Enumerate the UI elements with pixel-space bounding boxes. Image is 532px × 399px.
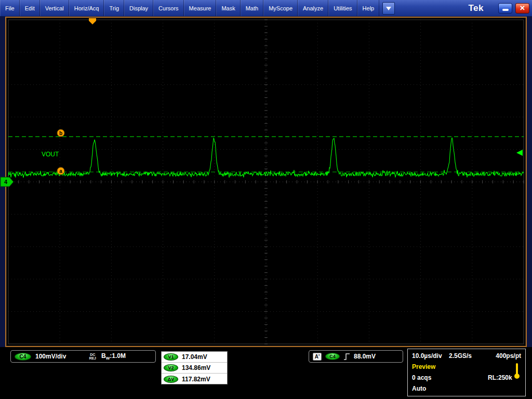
trigger-level-value: 88.0mV (354, 353, 376, 360)
trigger-a-badge: A' (313, 353, 322, 361)
v1-badge: V1 (164, 353, 178, 361)
menu-item-myscope[interactable]: MyScope (263, 0, 298, 16)
coupling-line2: REJ (89, 356, 96, 360)
menu-item-cursors[interactable]: Cursors (153, 0, 184, 16)
menu-item-edit[interactable]: Edit (20, 0, 40, 16)
menu-item-display[interactable]: Display (124, 0, 153, 16)
horizontal-row-1: 10.0µs/div 2.5GS/s 400ps/pt (412, 351, 521, 362)
cursor-a-label: a (59, 168, 62, 174)
channel-4-label: 4 (4, 179, 8, 185)
temperature-icon (514, 363, 520, 379)
coupling-line1: DC (90, 353, 95, 356)
acquisition-mode: Preview (412, 362, 521, 373)
dv-badge: ΔV (164, 376, 178, 383)
cursor-readout-box: V1 17.04mV V2 134.86mV ΔV 117.82mV (161, 351, 228, 384)
v2-value: 134.86mV (182, 364, 210, 371)
menu-item-analyze[interactable]: Analyze (298, 0, 328, 16)
close-icon: ✕ (520, 4, 525, 12)
acquisition-count: 0 acqs (412, 374, 431, 381)
waveform-display[interactable]: baVOUT4 (5, 17, 527, 347)
menu-item-mask[interactable]: Mask (216, 0, 240, 16)
chevron-down-icon (386, 7, 391, 10)
scope-graticule: baVOUT4 (6, 18, 526, 346)
menu-item-utilities[interactable]: Utilities (328, 0, 357, 16)
menu-item-measure[interactable]: Measure (184, 0, 217, 16)
menu-item-trig[interactable]: Trig (104, 0, 124, 16)
timebase-value: 10.0µs/div (412, 352, 442, 360)
dv-value: 117.82mV (182, 376, 210, 383)
scope-frame: baVOUT4 (0, 17, 532, 347)
menu-item-help[interactable]: Help (357, 0, 380, 16)
rising-edge-icon (343, 353, 350, 361)
tek-logo: Tek (468, 3, 484, 14)
minimize-icon (502, 9, 509, 11)
menu-item-vertical[interactable]: Vertical (40, 0, 69, 16)
channel-readout[interactable]: C4 100mV/div DC REJ BW:1.0M (10, 350, 156, 363)
menu-items: FileEditVerticalHoriz/AcqTrigDisplayCurs… (0, 0, 379, 16)
channel-scale: 100mV/div (35, 353, 66, 360)
minimize-button[interactable] (498, 3, 512, 14)
bandwidth-readout: BW:1.0M (101, 352, 126, 361)
cursor-b-label: b (59, 130, 62, 136)
coupling-indicator: DC REJ (89, 353, 96, 360)
status-bar: C4 100mV/div DC REJ BW:1.0M V1 17.04mV V… (0, 347, 532, 399)
horizontal-panel: 10.0µs/div 2.5GS/s 400ps/pt Preview 0 ac… (407, 349, 526, 396)
cursor-v1-row[interactable]: V1 17.04mV (162, 352, 227, 363)
menubar-spacer (395, 0, 468, 16)
record-length: RL:250k (488, 373, 512, 383)
trigger-readout[interactable]: A' C4 88.0mV (309, 350, 403, 363)
trigger-position-marker[interactable] (89, 18, 96, 24)
trigger-source-badge: C4 (325, 353, 340, 360)
trigger-mode: Auto (412, 383, 521, 394)
channel-badge: C4 (15, 353, 31, 361)
menu-item-file[interactable]: File (0, 0, 20, 16)
menu-item-horiz-acq[interactable]: Horiz/Acq (69, 0, 104, 16)
close-button[interactable]: ✕ (515, 3, 529, 14)
samplerate-value: 2.5GS/s (449, 352, 472, 360)
waveform-trace (8, 138, 524, 178)
trigger-level-arrow[interactable] (516, 150, 523, 156)
v2-badge: V2 (164, 364, 178, 371)
trace-label: VOUT (42, 151, 59, 158)
cursor-v2-row[interactable]: V2 134.86mV (162, 363, 227, 374)
v1-value: 17.04mV (182, 353, 207, 361)
menu-dropdown-button[interactable] (382, 2, 395, 15)
horizontal-row-3: 0 acqs RL:250k (412, 373, 521, 383)
resolution-value: 400ps/pt (496, 351, 521, 362)
menu-item-math[interactable]: Math (241, 0, 263, 16)
cursor-dv-row[interactable]: ΔV 117.82mV (162, 374, 227, 384)
menu-bar: FileEditVerticalHoriz/AcqTrigDisplayCurs… (0, 0, 532, 17)
